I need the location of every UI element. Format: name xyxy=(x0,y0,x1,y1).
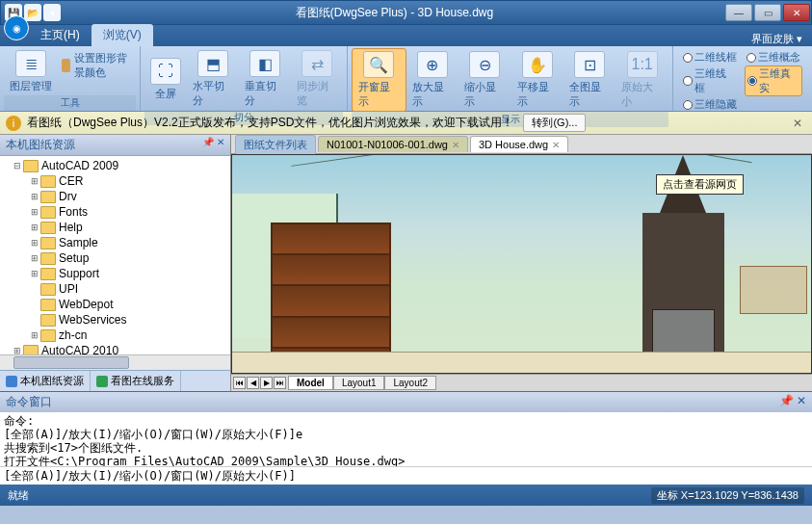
layout-tab-model[interactable]: Model xyxy=(288,376,333,390)
layout-tab[interactable]: Layout1 xyxy=(333,376,385,390)
nav-next-icon[interactable]: ▶ xyxy=(260,377,273,389)
command-title: 命令窗口 📌 ✕ xyxy=(0,392,812,412)
fit-all-icon: ⊡ xyxy=(574,51,605,78)
minimize-button[interactable]: — xyxy=(725,4,752,21)
opt-3d-realistic[interactable]: 三维真实 xyxy=(745,66,802,96)
menubar: ◉ 主页(H) 浏览(V) 界面皮肤 ▾ xyxy=(0,25,812,46)
tab-local-resources[interactable]: 本机图纸资源 xyxy=(0,371,91,391)
infobar-text: 看图纸（DwgSee Plus）V2.2正式版发布，支持PSD文件，优化图片浏览… xyxy=(27,115,513,131)
app-icon[interactable]: ◉ xyxy=(4,15,29,40)
zoom-in-button[interactable]: ⊕ 放大显示 xyxy=(406,48,458,112)
tree-item[interactable]: UPI xyxy=(2,281,228,297)
opt-2d-wireframe[interactable]: 二维线框 xyxy=(683,50,737,65)
tab-close-icon[interactable]: ✕ xyxy=(452,140,459,150)
cmd-pin-icon[interactable]: 📌 ✕ xyxy=(779,394,806,410)
tab-close-icon[interactable]: ✕ xyxy=(552,140,560,150)
vsplit-label: 垂直切分 xyxy=(245,79,285,108)
info-icon: i xyxy=(6,116,21,131)
tab-home[interactable]: 主页(H) xyxy=(29,24,92,46)
infobar-close[interactable]: ✕ xyxy=(789,117,806,130)
left-panel: 本机图纸资源 📌 ✕ ⊟AutoCAD 2009 ⊞CER ⊞Drv ⊞Font… xyxy=(0,135,231,391)
tab-view[interactable]: 浏览(V) xyxy=(92,24,153,46)
file-tabs: 图纸文件列表 N01001-N01006-001.dwg✕ 3D House.d… xyxy=(231,135,812,154)
fit-all-button[interactable]: ⊡ 全图显示 xyxy=(563,48,616,112)
tree-item[interactable]: ⊞Help xyxy=(2,220,228,235)
window-title: 看图纸(DwgSee Plus) - 3D House.dwg xyxy=(65,5,724,21)
nav-prev-icon[interactable]: ◀ xyxy=(247,377,259,389)
opt-3d-concept[interactable]: 三维概念 xyxy=(747,50,800,65)
hsplit-button[interactable]: ⬒ 水平切分 xyxy=(187,48,239,110)
tree-item[interactable]: ⊞Fonts xyxy=(2,204,228,220)
skin-menu[interactable]: 界面皮肤 ▾ xyxy=(751,32,812,46)
file-tab[interactable]: N01001-N01006-001.dwg✕ xyxy=(318,136,468,152)
vsplit-icon: ◧ xyxy=(249,50,280,77)
ribbon: ≣ 图层管理 设置图形背景颜色 工具 ⛶ 全屏 ⬒ 水平切分 ◧ xyxy=(0,46,812,112)
original-label: 原始大小 xyxy=(621,80,662,109)
original-icon: 1:1 xyxy=(627,51,658,78)
tab-online-service[interactable]: 看图在线服务 xyxy=(91,371,181,391)
command-panel: 命令窗口 📌 ✕ 命令: [全部(A)]/放大(I)/缩小(O)/窗口(W)/原… xyxy=(0,391,812,485)
opt-3d-wireframe[interactable]: 三维线框 xyxy=(683,66,735,96)
nav-first-icon[interactable]: ⏮ xyxy=(233,377,246,389)
opt-3d-hidden[interactable]: 三维隐藏 xyxy=(683,97,737,112)
goto-button[interactable]: 转到(G)... xyxy=(523,114,586,132)
status-coords: 坐标 X=123.1029 Y=836.1438 xyxy=(651,487,804,504)
layout-tab[interactable]: Layout2 xyxy=(384,376,436,390)
tree-item[interactable]: ⊞Drv xyxy=(2,189,228,204)
qat-open-icon[interactable]: 📂 xyxy=(24,4,41,21)
maximize-button[interactable]: ▭ xyxy=(754,4,781,21)
main-area: 本机图纸资源 📌 ✕ ⊟AutoCAD 2009 ⊞CER ⊞Drv ⊞Font… xyxy=(0,135,812,391)
pan-button[interactable]: ✋ 平移显示 xyxy=(511,48,563,112)
window-zoom-button[interactable]: 🔍 开窗显示 xyxy=(352,48,406,112)
bg-color-button[interactable]: 设置图形背景颜色 xyxy=(60,50,134,81)
tree-scrollbar[interactable] xyxy=(0,354,230,370)
tree-item[interactable]: ⊟AutoCAD 2009 xyxy=(2,158,228,173)
layout-tabs: ⏮ ◀ ▶ ⏭ Model Layout1 Layout2 xyxy=(231,374,812,391)
command-input[interactable] xyxy=(0,467,812,485)
layers-icon: ≣ xyxy=(15,50,46,77)
nav-last-icon[interactable]: ⏭ xyxy=(274,377,286,389)
fullscreen-icon: ⛶ xyxy=(150,58,181,85)
titlebar: 💾 📂 ▾ 看图纸(DwgSee Plus) - 3D House.dwg — … xyxy=(0,0,812,25)
left-panel-tabs: 本机图纸资源 看图在线服务 xyxy=(0,370,230,391)
tree-item[interactable]: ⊞Sample xyxy=(2,235,228,250)
left-panel-title: 本机图纸资源 📌 ✕ xyxy=(0,135,230,156)
bg-color-label: 设置图形背景颜色 xyxy=(74,51,132,80)
globe-icon xyxy=(96,376,108,387)
fit-all-label: 全图显示 xyxy=(569,80,610,109)
tree-item[interactable]: WebDepot xyxy=(2,297,228,312)
sync-browse-button: ⇄ 同步浏览 xyxy=(291,48,343,110)
tree-item[interactable]: ⊞Setup xyxy=(2,250,228,266)
tree-item[interactable]: ⊞CER xyxy=(2,173,228,189)
status-ready: 就绪 xyxy=(8,488,29,503)
file-tab[interactable]: 3D House.dwg✕ xyxy=(470,136,568,152)
sync-icon: ⇄ xyxy=(301,50,332,77)
palette-icon xyxy=(62,59,70,72)
close-button[interactable]: ✕ xyxy=(783,4,810,21)
window-zoom-label: 开窗显示 xyxy=(358,80,399,109)
fullscreen-button[interactable]: ⛶ 全屏 xyxy=(144,48,187,110)
disk-icon xyxy=(6,376,17,387)
source-link-tooltip[interactable]: 点击查看源网页 xyxy=(656,174,744,195)
infobar: i 看图纸（DwgSee Plus）V2.2正式版发布，支持PSD文件，优化图片… xyxy=(0,112,812,135)
panel-pin-icon[interactable]: 📌 ✕ xyxy=(202,137,224,153)
zoom-in-label: 放大显示 xyxy=(412,80,453,109)
qat-dropdown-icon[interactable]: ▾ xyxy=(43,4,61,21)
tree-item[interactable]: ⊞AutoCAD 2010 xyxy=(2,343,228,354)
hsplit-icon: ⬒ xyxy=(197,50,228,77)
fullscreen-label: 全屏 xyxy=(155,87,176,101)
file-tab-list[interactable]: 图纸文件列表 xyxy=(235,135,316,154)
statusbar: 就绪 坐标 X=123.1029 Y=836.1438 xyxy=(0,485,812,506)
drawing-canvas[interactable]: 点击查看源网页 xyxy=(231,154,812,374)
sync-label: 同步浏览 xyxy=(297,79,337,108)
tree-item[interactable]: ⊞Support xyxy=(2,266,228,281)
hsplit-label: 水平切分 xyxy=(193,79,233,108)
tree-item[interactable]: ⊞zh-cn xyxy=(2,328,228,343)
tree-item[interactable]: WebServices xyxy=(2,312,228,328)
view-area: 图纸文件列表 N01001-N01006-001.dwg✕ 3D House.d… xyxy=(231,135,812,391)
vsplit-button[interactable]: ◧ 垂直切分 xyxy=(239,48,291,110)
folder-tree[interactable]: ⊟AutoCAD 2009 ⊞CER ⊞Drv ⊞Fonts ⊞Help ⊞Sa… xyxy=(0,156,230,354)
command-output: 命令: [全部(A)]/放大(I)/缩小(O)/窗口(W)/原始大小(F)]e … xyxy=(0,412,812,466)
layer-manage-button[interactable]: ≣ 图层管理 xyxy=(4,48,58,95)
zoom-out-button[interactable]: ⊖ 缩小显示 xyxy=(458,48,511,112)
